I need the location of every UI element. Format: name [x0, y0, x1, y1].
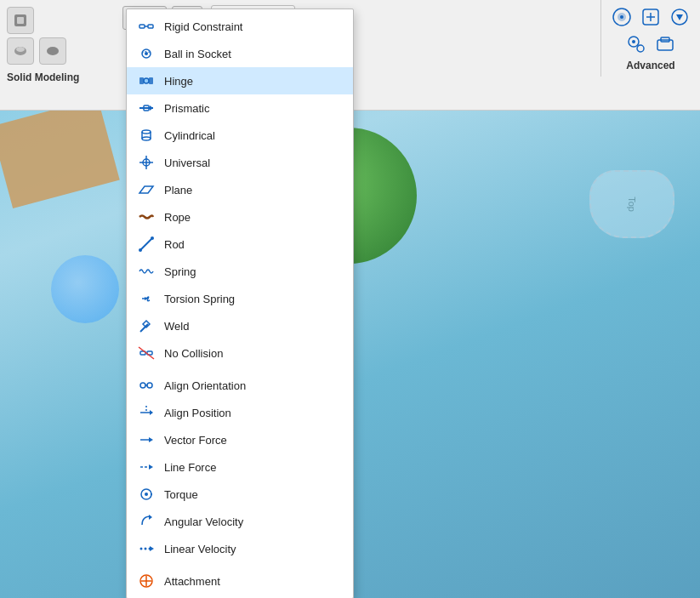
menu-item-torque[interactable]: Torque: [127, 481, 353, 508]
align-position-label: Align Position: [164, 407, 231, 419]
svg-point-40: [139, 248, 142, 252]
advanced-icons-row-2: [624, 32, 677, 56]
adv-icon-1[interactable]: [610, 5, 634, 29]
svg-point-25: [145, 52, 148, 55]
svg-point-28: [144, 78, 149, 83]
prismatic-icon: [137, 99, 156, 117]
linear-velocity-label: Linear Velocity: [164, 543, 236, 555]
rope-label: Rope: [164, 211, 191, 224]
menu-item-linear-velocity[interactable]: Linear Velocity: [127, 535, 353, 562]
svg-point-4: [47, 47, 59, 55]
constraint-dropdown-menu: Rigid ConstraintBall in SocketHingePrism…: [126, 9, 354, 598]
universal-icon: [137, 153, 156, 172]
menu-item-align-orientation[interactable]: Align Orientation: [127, 372, 353, 399]
menu-item-torsion-spring[interactable]: Torsion Spring: [127, 285, 353, 312]
menu-item-weld[interactable]: Weld: [127, 312, 353, 339]
menu-item-align-position[interactable]: Align Position: [127, 399, 353, 426]
menu-item-angular-velocity[interactable]: Angular Velocity: [127, 508, 353, 535]
no-collision-label: No Collision: [164, 347, 223, 360]
rope-icon: [137, 208, 156, 226]
svg-point-13: [620, 15, 623, 19]
hinge-label: Hinge: [164, 75, 193, 88]
svg-rect-21: [139, 25, 145, 28]
svg-rect-1: [17, 17, 24, 24]
attachment-icon: [137, 572, 156, 590]
svg-point-18: [637, 45, 644, 52]
svg-point-41: [151, 236, 154, 240]
toolbar-icon-row-2: [7, 37, 112, 65]
svg-point-3: [16, 47, 25, 52]
plane-icon: [137, 180, 156, 199]
top-label-shape: [589, 170, 674, 238]
align-position-icon: [137, 403, 156, 422]
menu-item-rod[interactable]: Rod: [127, 231, 353, 258]
torque-label: Torque: [164, 488, 198, 501]
angular-velocity-label: Angular Velocity: [164, 515, 243, 528]
menu-item-universal[interactable]: Universal: [127, 149, 353, 176]
adv-icon-4[interactable]: [624, 32, 648, 56]
toolbar-icon-row-1: [7, 7, 112, 34]
menu-item-line-force[interactable]: Line Force: [127, 453, 353, 481]
menu-item-vector-force[interactable]: Vector Force: [127, 426, 353, 453]
solid-modeling-label: Solid Modeling: [7, 71, 112, 83]
menu-item-rope[interactable]: Rope: [127, 203, 353, 231]
advanced-label: Advanced: [626, 60, 674, 71]
svg-marker-53: [150, 410, 153, 415]
svg-marker-62: [149, 515, 152, 520]
no-collision-icon: [137, 344, 156, 362]
toolbar-icon-1[interactable]: [7, 7, 34, 34]
svg-marker-56: [149, 437, 153, 442]
attachment-label: Attachment: [164, 575, 220, 588]
rigid-constraint-label: Rigid Constraint: [164, 20, 243, 33]
svg-point-60: [145, 493, 148, 496]
linear-velocity-icon: [137, 539, 156, 558]
weld-icon: [137, 316, 156, 335]
menu-item-spring[interactable]: Spring: [127, 258, 353, 285]
cylindrical-label: Cylindrical: [164, 129, 215, 142]
svg-marker-30: [150, 105, 153, 111]
prismatic-label: Prismatic: [164, 102, 209, 115]
toolbar-icon-2[interactable]: [7, 37, 34, 65]
advanced-panel: Advanced: [600, 0, 700, 77]
advanced-icons-row-1: [610, 5, 691, 29]
universal-label: Universal: [164, 157, 210, 169]
svg-marker-58: [149, 464, 153, 470]
svg-point-17: [632, 40, 635, 43]
cylindrical-icon: [137, 126, 156, 145]
adv-icon-5[interactable]: [653, 32, 677, 56]
toolbar-icon-3[interactable]: [39, 37, 66, 65]
vector-force-icon: [137, 430, 156, 449]
rigid-constraint-icon: [137, 17, 156, 36]
spring-label: Spring: [164, 265, 196, 278]
adv-icon-3[interactable]: [668, 5, 691, 29]
menu-item-plane[interactable]: Plane: [127, 176, 353, 203]
adv-icon-2[interactable]: [639, 5, 663, 29]
align-orientation-icon: [137, 376, 156, 395]
svg-point-64: [145, 548, 147, 550]
align-orientation-label: Align Orientation: [164, 379, 246, 392]
svg-point-50: [147, 383, 152, 388]
torsion-spring-icon: [137, 289, 156, 308]
plane-label: Plane: [164, 184, 192, 196]
menu-item-attachment[interactable]: Attachment: [127, 567, 353, 595]
line-force-icon: [137, 458, 156, 476]
angular-velocity-icon: [137, 512, 156, 531]
svg-marker-66: [150, 546, 154, 551]
menu-item-no-collision[interactable]: No Collision: [127, 339, 353, 367]
hinge-icon: [137, 71, 156, 90]
menu-item-ball-in-socket[interactable]: Ball in Socket: [127, 40, 353, 67]
rod-label: Rod: [164, 238, 185, 251]
svg-point-63: [140, 548, 143, 550]
menu-item-prismatic[interactable]: Prismatic: [127, 94, 353, 122]
svg-point-32: [142, 130, 151, 134]
rod-icon: [137, 235, 156, 253]
torque-icon: [137, 485, 156, 504]
svg-rect-22: [148, 25, 153, 28]
blue-circle: [51, 255, 119, 323]
menu-item-rigid-constraint[interactable]: Rigid Constraint: [127, 13, 353, 40]
menu-item-cylindrical[interactable]: Cylindrical: [127, 122, 353, 149]
spring-icon: [137, 262, 156, 281]
vector-force-label: Vector Force: [164, 434, 227, 447]
menu-item-hinge[interactable]: Hinge: [127, 67, 353, 94]
weld-label: Weld: [164, 320, 189, 333]
